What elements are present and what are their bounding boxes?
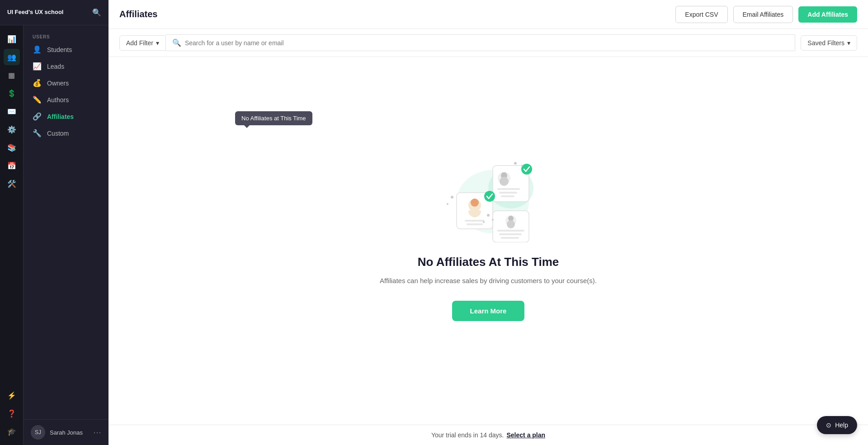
sidebar-icon-settings[interactable]: ⚙️ — [4, 121, 20, 137]
svg-point-5 — [500, 177, 509, 186]
sidebar-icon-users[interactable]: 👥 — [4, 49, 20, 65]
trial-text: Your trial ends in 14 days. — [431, 431, 504, 439]
svg-point-15 — [484, 191, 495, 202]
sidebar-section-users: Users — [24, 29, 108, 41]
sidebar-item-owners[interactable]: 💰 Owners — [24, 75, 108, 91]
help-label: Help — [835, 421, 848, 429]
sidebar-icon-calendar[interactable]: 📅 — [4, 157, 20, 174]
custom-icon: 🔧 — [33, 129, 42, 137]
svg-rect-21 — [499, 233, 522, 235]
sidebar-icon-tools[interactable]: 🛠️ — [4, 175, 20, 192]
saved-filters-button[interactable]: Saved Filters ▾ — [801, 35, 857, 51]
search-input[interactable] — [185, 39, 788, 47]
more-options-icon[interactable]: ⋯ — [93, 427, 101, 437]
svg-rect-22 — [501, 237, 519, 239]
add-filter-label: Add Filter — [126, 39, 153, 47]
add-affiliates-button[interactable]: Add Affiliates — [798, 6, 857, 23]
sidebar-label-leads: Leads — [47, 63, 64, 70]
sidebar-icon-lightning[interactable]: ⚡ — [4, 387, 20, 403]
main-content: Affiliates Export CSV Email Affiliates A… — [108, 0, 868, 445]
add-filter-button[interactable]: Add Filter ▾ — [119, 35, 166, 51]
bottom-bar: Your trial ends in 14 days. Select a pla… — [108, 425, 868, 445]
email-affiliates-button[interactable]: Email Affiliates — [733, 6, 793, 23]
help-fab-button[interactable]: ⊙ Help — [817, 416, 857, 434]
sidebar-label-owners: Owners — [47, 80, 69, 87]
sidebar-icon-analytics[interactable]: 📊 — [4, 31, 20, 47]
sidebar-nav: Users 👤 Students 📈 Leads 💰 Owners ✏️ Aut… — [24, 25, 108, 419]
svg-point-19 — [507, 220, 515, 228]
search-icon[interactable]: 🔍 — [92, 8, 101, 17]
sidebar-label-students: Students — [47, 46, 72, 53]
search-bar: 🔍 — [166, 34, 795, 51]
svg-rect-13 — [465, 220, 485, 222]
svg-rect-14 — [467, 223, 483, 225]
chevron-down-icon-filters: ▾ — [847, 39, 850, 47]
svg-point-29 — [447, 203, 448, 205]
saved-filters-label: Saved Filters — [807, 39, 844, 47]
sidebar-label-affiliates: Affiliates — [47, 113, 74, 120]
sidebar: UI Feed's UX school 🔍 📊 👥 ▦ 💲 ✉️ ⚙️ 📚 📅 … — [0, 0, 108, 445]
leads-icon: 📈 — [33, 62, 42, 71]
svg-rect-6 — [497, 188, 520, 190]
topbar: Affiliates Export CSV Email Affiliates A… — [108, 0, 868, 29]
sidebar-label-authors: Authors — [47, 96, 69, 104]
sidebar-icon-help[interactable]: ❓ — [4, 405, 20, 421]
username: Sarah Jonas — [50, 429, 83, 436]
svg-point-23 — [487, 214, 490, 217]
empty-state: No Affiliates At This Time Affiliates ca… — [380, 152, 597, 321]
sidebar-label-custom: Custom — [47, 130, 69, 137]
sidebar-icon-messages[interactable]: ✉️ — [4, 103, 20, 119]
svg-rect-7 — [499, 192, 517, 194]
empty-state-description: Affiliates can help increase sales by dr… — [380, 275, 597, 286]
chevron-down-icon: ▾ — [156, 39, 159, 47]
sidebar-item-affiliates[interactable]: 🔗 Affiliates — [24, 108, 108, 125]
svg-rect-8 — [501, 195, 514, 197]
page-title: Affiliates — [119, 9, 670, 19]
sidebar-item-leads[interactable]: 📈 Leads — [24, 58, 108, 75]
search-icon: 🔍 — [172, 38, 181, 47]
svg-point-26 — [514, 162, 517, 165]
svg-point-24 — [492, 219, 494, 221]
sidebar-header: UI Feed's UX school 🔍 — [0, 0, 108, 25]
select-plan-link[interactable]: Select a plan — [507, 431, 546, 439]
no-affiliates-tooltip: No Affiliates at This Time — [235, 111, 312, 125]
content-area: No Affiliates at This Time — [108, 57, 868, 425]
sidebar-item-authors[interactable]: ✏️ Authors — [24, 91, 108, 108]
owners-icon: 💰 — [33, 79, 42, 87]
sidebar-item-students[interactable]: 👤 Students — [24, 41, 108, 58]
svg-point-27 — [521, 165, 523, 166]
students-icon: 👤 — [33, 45, 42, 54]
filter-bar: Add Filter ▾ 🔍 Saved Filters ▾ — [108, 29, 868, 57]
sidebar-bottom[interactable]: SJ Sarah Jonas ⋯ — [24, 419, 108, 445]
sidebar-logo: UI Feed's UX school — [7, 9, 63, 16]
svg-point-25 — [483, 221, 485, 223]
help-circle-icon: ⊙ — [826, 421, 831, 429]
sidebar-icon-revenue[interactable]: 💲 — [4, 85, 20, 101]
svg-point-12 — [471, 199, 479, 207]
sidebar-icon-graduation[interactable]: 🎓 — [4, 423, 20, 440]
authors-icon: ✏️ — [33, 95, 42, 104]
avatar: SJ — [31, 425, 45, 440]
sidebar-icon-dashboard[interactable]: ▦ — [4, 67, 20, 83]
affiliates-illustration — [439, 152, 538, 242]
svg-rect-20 — [497, 230, 524, 232]
empty-state-title: No Affiliates At This Time — [418, 255, 559, 269]
export-csv-button[interactable]: Export CSV — [675, 6, 727, 23]
learn-more-button[interactable]: Learn More — [452, 301, 525, 321]
sidebar-item-custom[interactable]: 🔧 Custom — [24, 125, 108, 142]
svg-point-28 — [451, 196, 453, 199]
sidebar-icon-library[interactable]: 📚 — [4, 139, 20, 156]
affiliates-icon: 🔗 — [33, 112, 42, 121]
